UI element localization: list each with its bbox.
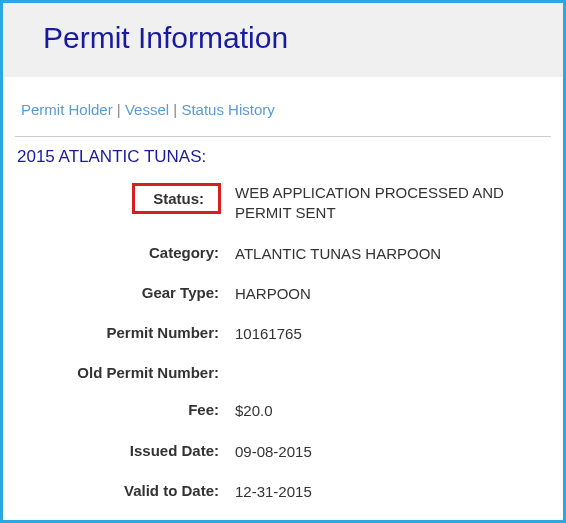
permit-info-panel: Permit Information Permit Holder | Vesse… [0,0,566,523]
label-fee: Fee: [3,401,229,418]
value-status: WEB APPLICATION PROCESSED AND PERMIT SEN… [229,183,563,224]
link-vessel[interactable]: Vessel [125,101,169,118]
status-highlight: Status: [132,183,221,214]
nav-separator: | [169,101,181,118]
label-permit-number: Permit Number: [3,324,229,341]
page-header: Permit Information [3,3,563,77]
divider [15,136,551,137]
row-category: Category: ATLANTIC TUNAS HARPOON [3,244,563,264]
section-title: 2015 ATLANTIC TUNAS: [3,147,563,175]
label-old-permit-number: Old Permit Number: [3,364,229,381]
link-status-history[interactable]: Status History [181,101,274,118]
row-old-permit-number: Old Permit Number: [3,364,563,381]
row-issued-date: Issued Date: 09-08-2015 [3,442,563,462]
value-gear-type: HARPOON [229,284,311,304]
nav-links: Permit Holder | Vessel | Status History [3,77,563,136]
value-fee: $20.0 [229,401,273,421]
value-permit-number: 10161765 [229,324,302,344]
label-issued-date: Issued Date: [3,442,229,459]
nav-separator: | [113,101,125,118]
label-status: Status: [153,190,204,207]
link-permit-holder[interactable]: Permit Holder [21,101,113,118]
value-valid-to-date: 12-31-2015 [229,482,312,502]
row-valid-to-date: Valid to Date: 12-31-2015 [3,482,563,502]
row-status: Status: WEB APPLICATION PROCESSED AND PE… [3,183,563,224]
row-fee: Fee: $20.0 [3,401,563,421]
permit-details: Status: WEB APPLICATION PROCESSED AND PE… [3,175,563,502]
label-valid-to-date: Valid to Date: [3,482,229,499]
row-permit-number: Permit Number: 10161765 [3,324,563,344]
row-gear-type: Gear Type: HARPOON [3,284,563,304]
label-category: Category: [3,244,229,261]
value-issued-date: 09-08-2015 [229,442,312,462]
page-title: Permit Information [43,21,563,55]
label-gear-type: Gear Type: [3,284,229,301]
value-category: ATLANTIC TUNAS HARPOON [229,244,441,264]
